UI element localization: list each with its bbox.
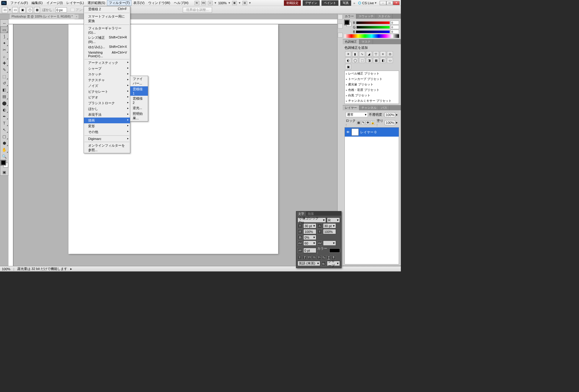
adj-thresh-icon[interactable]: ◧ (380, 58, 386, 63)
preset-item[interactable]: トーンカーブ プリセット (345, 76, 399, 82)
layer-row[interactable]: 👁 レイヤー 0 (345, 128, 399, 137)
tab-swatches[interactable]: スウォッチ (356, 14, 376, 19)
tracking-select[interactable]: 0%▾ (303, 235, 316, 240)
adj-poster-icon[interactable]: ▦ (373, 58, 379, 63)
layer-thumbnail[interactable] (351, 128, 359, 136)
brush-tool[interactable]: ✎ (0, 66, 8, 73)
document-tab-close-icon[interactable]: × (75, 15, 78, 19)
allcaps-button[interactable]: TT (307, 255, 311, 260)
preset-item[interactable]: 露光量 プリセット (345, 82, 399, 87)
opacity-input[interactable] (385, 112, 395, 117)
bold-button[interactable]: T (298, 255, 302, 260)
filter-stylize[interactable]: 表現手法 (84, 112, 130, 118)
g-slider[interactable] (357, 26, 390, 28)
menu-edit[interactable]: 編集(E) (30, 0, 45, 6)
tab-color[interactable]: カラー (343, 14, 356, 19)
font-size-select[interactable]: 30 pt▾ (303, 223, 316, 228)
blur-tool[interactable]: ⬤ (0, 100, 8, 106)
adj-photo-icon[interactable]: ◯ (352, 58, 358, 63)
filter-smart[interactable]: スマートフィルター用に変換 (84, 14, 130, 24)
launch-minibridge-icon[interactable]: Mb (201, 1, 206, 5)
fill-input[interactable] (385, 120, 395, 125)
preset-item[interactable]: 特定色域の選択 プリセット (345, 104, 399, 104)
menu-help[interactable]: ヘルプ(H) (172, 0, 190, 6)
lock-position-icon[interactable]: ✚ (366, 121, 370, 125)
adj-selective-icon[interactable]: ▣ (345, 64, 351, 69)
marquee-int-icon[interactable]: ▦ (34, 7, 40, 13)
tsume-select[interactable]: 60▾ (303, 241, 316, 246)
feather-input[interactable] (55, 7, 67, 12)
baseline-input[interactable]: 0 pt (303, 248, 316, 253)
adj-hue-icon[interactable]: ≡ (380, 51, 386, 57)
b-slider[interactable] (356, 31, 390, 33)
zoom-tool[interactable]: 🔍 (0, 153, 8, 160)
preset-item[interactable]: レベル補正 プリセット (345, 71, 399, 76)
filter-sketch[interactable]: スケッチ (84, 71, 130, 77)
lock-pixels-icon[interactable]: ✎ (361, 121, 365, 125)
screen-mode-icon[interactable]: ▭ (208, 1, 213, 5)
render-lensflare[interactable]: 逆光... (130, 105, 148, 111)
adj-curves-icon[interactable]: ∿ (359, 51, 365, 57)
adj-levels-icon[interactable]: ▮ (352, 51, 358, 57)
marquee-add-icon[interactable]: ▣ (19, 7, 25, 13)
leading-select[interactable]: 30 pt▾ (323, 223, 336, 228)
healing-tool[interactable]: ✚ (0, 60, 8, 66)
hscale-input[interactable]: 100% (323, 229, 336, 234)
b-value[interactable] (391, 30, 399, 34)
adj-brightness-icon[interactable]: ☀ (345, 51, 351, 57)
workspace-design[interactable]: デザイン (303, 0, 320, 6)
arrange-docs-icon[interactable]: ▦ (232, 1, 237, 5)
adj-balance-icon[interactable]: ⚖ (387, 51, 393, 57)
tab-paragraph[interactable]: 段落 (306, 211, 316, 216)
workspace-paint[interactable]: ペイント (321, 0, 338, 6)
color-ramp[interactable] (344, 34, 399, 38)
lock-all-icon[interactable]: 🔒 (371, 121, 375, 125)
menu-file[interactable]: ファイル(F) (8, 0, 30, 6)
g-value[interactable] (391, 25, 399, 29)
layer-visibility-icon[interactable]: 👁 (346, 130, 350, 134)
filter-pixelate[interactable]: ピクセレート (84, 89, 130, 95)
adj-bw-icon[interactable]: ◐ (345, 58, 351, 63)
color-swatches[interactable] (0, 160, 8, 169)
window-minimize-button[interactable]: – (380, 1, 386, 5)
marquee-tool[interactable]: ▭ (0, 26, 8, 33)
filter-distort[interactable]: 変形 (84, 123, 130, 129)
menu-select[interactable]: 選択範囲(S) (86, 0, 107, 6)
adj-exposure-icon[interactable]: ◢ (366, 51, 372, 57)
menu-view[interactable]: 表示(V) (131, 0, 146, 6)
filter-lens[interactable]: レンズ補正(R)...Shift+Ctrl+R (84, 35, 130, 44)
eraser-tool[interactable]: ◧ (0, 86, 8, 93)
launch-bridge-icon[interactable]: Br (195, 1, 199, 5)
stamp-tool[interactable]: ⬚ (0, 73, 8, 80)
tab-adjustments[interactable]: 色調補正 (343, 39, 359, 44)
vscale-input[interactable]: 100% (303, 229, 316, 234)
ruler-horizontal[interactable] (8, 19, 343, 24)
document-tab[interactable]: Photoshop 雲 @ 100% (レイヤー 0, RGB/8) * (10, 14, 75, 19)
hand-tool[interactable]: ✋ (0, 146, 8, 153)
tab-character[interactable]: 文字 (296, 211, 306, 216)
workspace-essentials[interactable]: 初期設定 (284, 0, 301, 6)
shape-tool[interactable]: ▢ (0, 133, 8, 140)
filter-vanish[interactable]: Vanishing Point(V)...Alt+Ctrl+V (84, 50, 130, 58)
tab-styles[interactable]: スタイル (376, 14, 393, 19)
status-zoom[interactable]: 100% (2, 267, 10, 271)
lock-transparency-icon[interactable]: ▦ (357, 121, 360, 125)
render-clouds2[interactable]: 雲模様 2 (130, 96, 148, 105)
menu-layer[interactable]: レイヤー(L) (65, 0, 85, 6)
kerning-select[interactable]: ▾ (323, 241, 336, 246)
tab-channels[interactable]: チャンネル (359, 105, 379, 110)
preset-item[interactable]: 色相・彩度 プリセット (345, 87, 399, 93)
filter-browse[interactable]: オンラインフィルターを参照... (84, 143, 130, 153)
ruler-vertical[interactable] (8, 24, 13, 266)
filter-blur[interactable]: ぼかし (84, 106, 130, 112)
adj-mixer-icon[interactable]: ⬚ (359, 58, 365, 63)
quickmask-toggle[interactable]: ▣ (0, 169, 8, 175)
canvas-viewport[interactable] (13, 24, 343, 266)
path-select-tool[interactable]: ↖ (0, 126, 8, 133)
actions-panel-icon[interactable] (338, 24, 343, 28)
preset-item[interactable]: 白黒 プリセット (345, 93, 399, 98)
dodge-tool[interactable]: ◐ (0, 106, 8, 113)
filter-brushstrokes[interactable]: ブラシストローク (84, 100, 130, 106)
crop-tool[interactable]: ✂ (0, 46, 8, 53)
font-style-select[interactable]: R▾ (327, 218, 340, 223)
